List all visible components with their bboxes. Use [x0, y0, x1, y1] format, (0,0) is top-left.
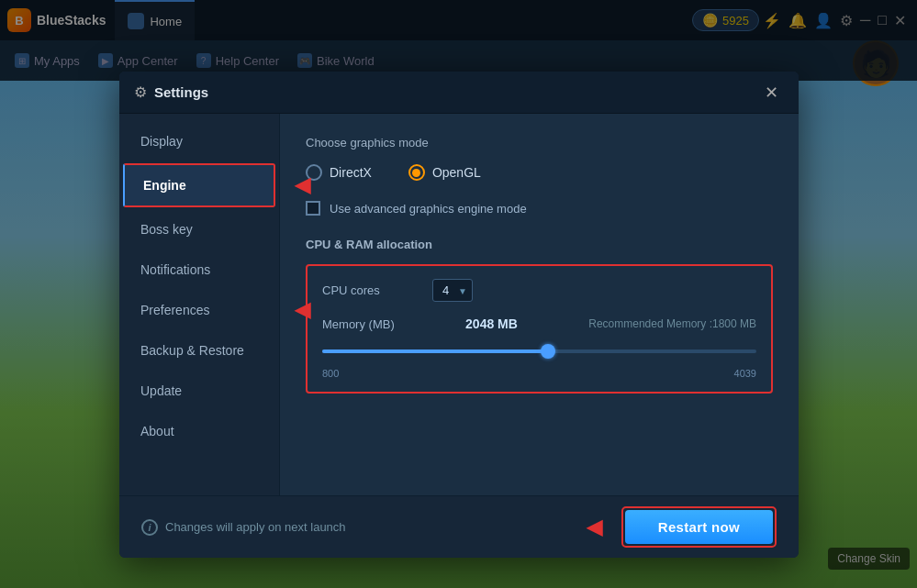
- memory-slider-min: 800: [322, 368, 339, 379]
- memory-slider-range: 800 4039: [322, 368, 756, 379]
- settings-sidebar: Display Engine ◀ Boss key Notifications …: [119, 114, 280, 495]
- footer-info: i Changes will apply on next launch: [141, 519, 346, 536]
- sidebar-about-label: About: [140, 424, 174, 438]
- info-icon: i: [141, 519, 158, 536]
- sidebar-update-label: Update: [140, 383, 182, 398]
- memory-slider-fill: [322, 349, 548, 353]
- memory-slider-max: 4039: [734, 368, 756, 379]
- sidebar-item-bosskey[interactable]: Boss key: [119, 209, 279, 250]
- sidebar-item-display[interactable]: Display: [119, 121, 279, 161]
- sidebar-backup-label: Backup & Restore: [140, 343, 244, 358]
- graphics-section-label: Choose graphics mode: [306, 136, 773, 150]
- memory-value: 2048 MB: [465, 316, 518, 331]
- footer-info-text: Changes will apply on next launch: [165, 520, 346, 534]
- sidebar-item-update[interactable]: Update: [119, 371, 279, 411]
- advanced-mode-row: Use advanced graphics engine mode: [306, 201, 773, 216]
- settings-content: Choose graphics mode DirectX OpenGL Use …: [280, 114, 799, 495]
- allocation-box: CPU cores 1 2 3 4 6 8: [306, 264, 773, 394]
- restart-now-button[interactable]: Restart now: [625, 510, 773, 544]
- cpu-label: CPU cores: [322, 283, 432, 297]
- cpu-select-wrapper: 1 2 3 4 6 8: [432, 279, 473, 302]
- restart-btn-outer: Restart now: [621, 506, 777, 548]
- advanced-mode-checkbox[interactable]: [306, 201, 320, 216]
- dialog-footer: i Changes will apply on next launch ◀ Re…: [119, 495, 799, 558]
- opengl-option[interactable]: OpenGL: [408, 164, 481, 181]
- allocation-label: CPU & RAM allocation: [306, 238, 773, 251]
- sidebar-preferences-label: Preferences: [140, 303, 209, 317]
- opengl-label: OpenGL: [432, 165, 481, 180]
- directx-option[interactable]: DirectX: [306, 164, 372, 181]
- advanced-mode-label: Use advanced graphics engine mode: [330, 202, 527, 216]
- cpu-cores-select[interactable]: 1 2 3 4 6 8: [432, 279, 473, 302]
- graphics-mode-row: DirectX OpenGL: [306, 164, 773, 181]
- settings-gear-icon: ⚙: [134, 83, 147, 101]
- memory-slider-track: [322, 349, 756, 353]
- directx-label: DirectX: [330, 165, 372, 180]
- memory-top: Memory (MB) 2048 MB Recommended Memory :…: [322, 316, 756, 331]
- engine-wrapper: Engine ◀: [119, 163, 279, 207]
- memory-row: Memory (MB) 2048 MB Recommended Memory :…: [322, 316, 756, 379]
- sidebar-display-label: Display: [140, 134, 183, 149]
- restart-arrow-icon: ◀: [587, 516, 602, 539]
- sidebar-item-about[interactable]: About: [119, 411, 279, 451]
- sidebar-notifications-label: Notifications: [140, 262, 210, 277]
- memory-slider-thumb[interactable]: [541, 344, 555, 359]
- dialog-close-button[interactable]: ✕: [759, 79, 784, 106]
- settings-dialog: ⚙ Settings ✕ Display Engine ◀ Boss key N…: [119, 72, 799, 558]
- memory-slider-wrapper: [322, 342, 756, 361]
- opengl-radio[interactable]: [408, 164, 425, 181]
- engine-arrow-icon: ◀: [295, 173, 310, 197]
- memory-label: Memory (MB): [322, 317, 395, 331]
- dialog-header: ⚙ Settings ✕: [119, 72, 799, 114]
- preferences-arrow-icon: ◀: [295, 298, 310, 322]
- dialog-title: Settings: [154, 84, 759, 100]
- sidebar-item-preferences[interactable]: Preferences: [119, 290, 279, 330]
- memory-recommended: Recommended Memory :1800 MB: [588, 317, 756, 330]
- preferences-wrapper: Preferences ◀: [119, 290, 279, 330]
- sidebar-engine-label: Engine: [143, 178, 186, 193]
- cpu-row: CPU cores 1 2 3 4 6 8: [322, 279, 756, 302]
- sidebar-bosskey-label: Boss key: [140, 222, 193, 237]
- sidebar-item-engine[interactable]: Engine: [123, 163, 275, 207]
- sidebar-item-backup[interactable]: Backup & Restore: [119, 330, 279, 371]
- dialog-body: Display Engine ◀ Boss key Notifications …: [119, 114, 799, 495]
- sidebar-item-notifications[interactable]: Notifications: [119, 250, 279, 290]
- restart-wrapper: ◀ Restart now: [621, 506, 777, 548]
